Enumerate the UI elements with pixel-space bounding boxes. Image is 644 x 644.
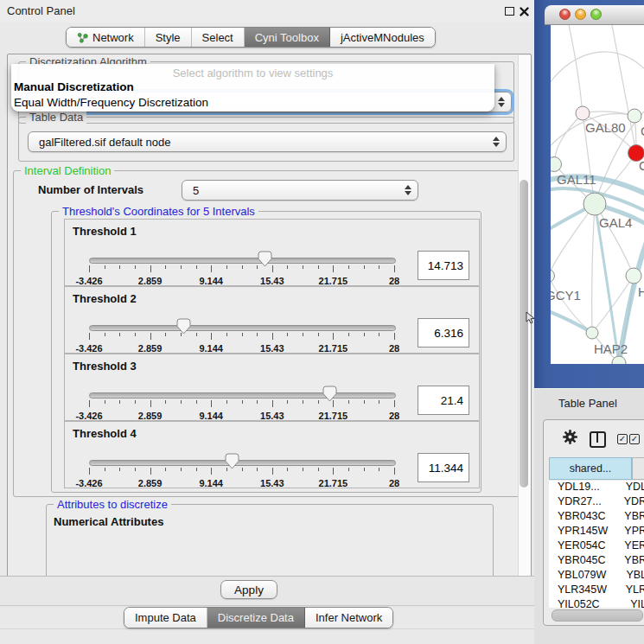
threshold-slider[interactable]: -3.4262.8599.14415.4321.71528 — [89, 389, 394, 420]
slider-tick — [242, 468, 243, 471]
cell-name: YDL1 — [622, 481, 644, 495]
threshold-block: Threshold 1-3.4262.8599.14415.4321.71528… — [64, 219, 480, 286]
network-node[interactable] — [576, 106, 590, 120]
slider-tick — [318, 265, 319, 269]
table-row[interactable]: YPR145WYPR1 — [549, 525, 644, 539]
table-data-combobox[interactable]: galFiltered.sif default node — [28, 131, 507, 152]
columns-icon[interactable] — [590, 431, 606, 448]
network-edge — [583, 112, 634, 116]
network-edge — [551, 52, 644, 94]
slider-track[interactable] — [89, 258, 396, 264]
table-row[interactable]: YBL079WYBL0 — [549, 569, 644, 583]
threshold-value[interactable]: 21.4 — [418, 386, 469, 415]
slider-thumb[interactable] — [258, 251, 272, 267]
app-root: Control Panel NetworkStyleSelectCyni Too… — [0, 0, 644, 644]
network-node[interactable] — [586, 327, 598, 339]
slider-tick-label: 2.859 — [129, 276, 172, 286]
divider — [0, 605, 534, 606]
slider-tick — [119, 400, 120, 404]
bottom-tab-discretize-data[interactable]: Discretize Data — [207, 608, 305, 628]
network-node-label: HAP2 — [594, 341, 628, 356]
slider-tick — [348, 468, 349, 471]
network-node[interactable] — [626, 268, 641, 284]
slider-tick-label: -3.426 — [67, 411, 111, 421]
slider-tick — [211, 468, 212, 475]
slider-tick-label: 21.715 — [311, 343, 354, 354]
slider-tick — [394, 333, 395, 340]
gear-icon[interactable] — [562, 429, 578, 449]
table-row[interactable]: YDR27...YDR2 — [549, 495, 644, 510]
slider-tick — [394, 265, 395, 272]
table-horizontal-scrollbar[interactable] — [552, 609, 643, 622]
slider-track[interactable] — [89, 325, 396, 331]
slider-tick — [287, 265, 288, 269]
table-row[interactable]: YBR045CYBR0 — [549, 554, 644, 569]
table-row[interactable]: YER054CYER0 — [549, 539, 644, 554]
tab-label: jActiveMNodules — [341, 31, 424, 44]
threshold-slider[interactable]: -3.4262.8599.14415.4321.71528 — [89, 456, 394, 488]
network-view-canvas[interactable]: GAL80GACGAL11GAL4GCY1HHAP2 — [551, 25, 644, 364]
table-column-header[interactable]: shared... — [549, 457, 632, 480]
slider-tick-label: -3.426 — [67, 276, 111, 286]
threshold-slider[interactable]: -3.4262.8599.14415.4321.71528 — [89, 254, 394, 285]
tab-label: Cyni Toolbox — [255, 31, 319, 44]
tab-style[interactable]: Style — [145, 28, 192, 47]
cell-name: YER0 — [620, 539, 644, 554]
slider-tick — [135, 468, 136, 471]
checkbox-icon[interactable]: ✓ — [617, 434, 628, 444]
tab-network[interactable]: Network — [67, 28, 145, 47]
minimize-traffic-light[interactable] — [575, 9, 586, 20]
network-node[interactable] — [583, 193, 606, 215]
slider-tick — [333, 333, 334, 340]
close-icon[interactable] — [519, 5, 530, 16]
threshold-value[interactable]: 14.713 — [418, 251, 469, 280]
slider-track[interactable] — [89, 460, 396, 466]
algorithm-option[interactable]: Manual Discretization — [14, 80, 134, 93]
slider-tick — [303, 400, 303, 404]
tab-cyni-toolbox[interactable]: Cyni Toolbox — [245, 28, 330, 47]
slider-thumb[interactable] — [322, 386, 337, 402]
panel-scrollbar-thumb[interactable] — [520, 180, 528, 488]
cell-name: YDR2 — [620, 495, 644, 510]
table-row[interactable]: YDL19...YDL1 — [549, 481, 644, 495]
slider-tick — [394, 468, 395, 475]
slider-track[interactable] — [89, 392, 396, 399]
slider-tick — [303, 333, 303, 336]
tab-jactivemnodules[interactable]: jActiveMNodules — [330, 28, 435, 47]
number-of-intervals-combobox[interactable]: 5 — [182, 180, 418, 201]
slider-tick — [150, 265, 151, 272]
bottom-tab-impute-data[interactable]: Impute Data — [124, 608, 207, 628]
tab-select[interactable]: Select — [192, 28, 245, 47]
network-window-titlebar[interactable] — [545, 5, 644, 25]
table-row[interactable]: YIL052CYIL0 — [549, 598, 644, 608]
threshold-value[interactable]: 6.316 — [418, 318, 469, 348]
slider-thumb[interactable] — [225, 453, 239, 469]
top-tab-strip: NetworkStyleSelectCyni ToolboxjActiveMNo… — [66, 27, 436, 48]
network-node[interactable] — [551, 270, 555, 283]
algorithm-option[interactable]: Equal Width/Frequency Discretization — [14, 96, 208, 109]
numerical-attributes-label: Numerical Attributes — [54, 515, 163, 528]
table-row[interactable]: YBR043CYBR0 — [549, 510, 644, 525]
network-node-label: GA — [641, 124, 644, 138]
interval-definition-group: Interval Definition Number of Intervals … — [13, 170, 525, 497]
slider-tick — [287, 333, 288, 336]
table-row[interactable]: YLR345WYLR3 — [549, 583, 644, 598]
table-column-header[interactable]: n — [632, 457, 644, 480]
slider-tick-label: 21.715 — [311, 411, 354, 421]
slider-thumb[interactable] — [176, 318, 191, 335]
threshold-value[interactable]: 11.344 — [418, 453, 469, 482]
slider-tick — [303, 468, 303, 471]
slider-tick — [105, 468, 105, 471]
slider-tick — [379, 333, 379, 336]
apply-button[interactable]: Apply — [220, 580, 277, 599]
network-node[interactable] — [628, 109, 641, 123]
threshold-slider[interactable]: -3.4262.8599.14415.4321.71528 — [89, 322, 394, 353]
float-window-icon[interactable] — [505, 7, 514, 16]
zoom-traffic-light[interactable] — [590, 9, 602, 20]
slider-tick — [165, 265, 166, 269]
close-traffic-light[interactable] — [559, 9, 571, 20]
checkbox-icon[interactable]: ✓ — [629, 434, 640, 444]
threshold-block: Threshold 2-3.4262.8599.14415.4321.71528… — [64, 286, 480, 354]
bottom-tab-infer-network[interactable]: Infer Network — [305, 608, 392, 628]
network-node[interactable] — [551, 157, 562, 172]
